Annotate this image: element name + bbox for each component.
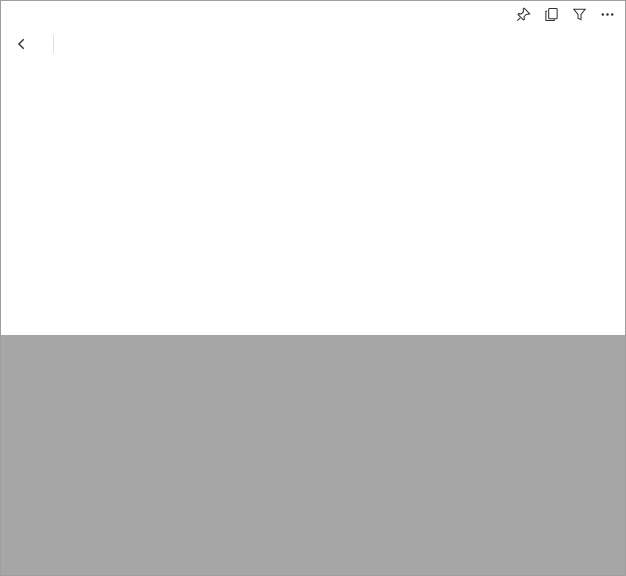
report-page — [0, 0, 626, 576]
bottom-panel — [1, 335, 626, 576]
back-to-report-link[interactable] — [15, 37, 38, 51]
pin-icon[interactable] — [516, 7, 531, 22]
filter-icon[interactable] — [572, 7, 587, 22]
nav-divider — [53, 35, 54, 53]
copy-icon[interactable] — [544, 7, 559, 22]
line-chart-svg[interactable] — [11, 61, 551, 337]
more-options-icon[interactable] — [600, 7, 615, 22]
chart-legend — [555, 65, 623, 75]
chevron-left-icon — [15, 37, 29, 51]
toolbar — [516, 7, 615, 22]
line-chart[interactable] — [11, 61, 551, 337]
nav-row — [15, 31, 613, 57]
